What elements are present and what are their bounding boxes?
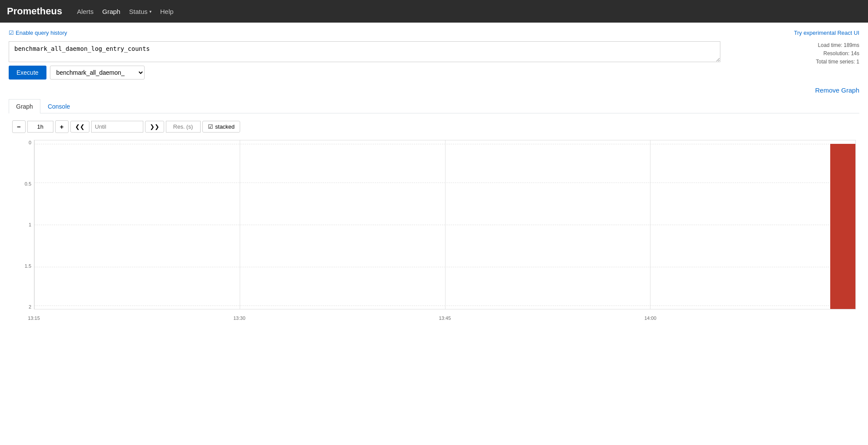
tab-console[interactable]: Console [40, 99, 77, 113]
checkbox-icon: ☑ [9, 30, 14, 36]
execute-row: Execute benchmark_all_daemon_ [9, 66, 859, 80]
main-content: ☑ Enable query history Try experimental … [0, 23, 868, 445]
y-label-4: 0 [29, 140, 31, 145]
enable-history-toggle[interactable]: ☑ Enable query history [9, 30, 67, 36]
graph-controls: − + ❮❮ ❯❯ ☑ stacked [9, 120, 859, 133]
resolution-input[interactable] [166, 121, 201, 133]
nav-help[interactable]: Help [156, 5, 178, 18]
query-input[interactable]: benchmark_all_daemon_log_entry_counts [9, 41, 720, 62]
stacked-label: stacked [215, 123, 235, 130]
grid-v-1 [34, 140, 35, 309]
tab-graph[interactable]: Graph [9, 99, 40, 113]
data-bar [830, 144, 855, 309]
remove-graph-button[interactable]: Remove Graph [815, 86, 859, 94]
resolution-stat: Resolution: 14s [816, 50, 859, 58]
grid-v-4 [650, 140, 650, 309]
brand-logo[interactable]: Prometheus [7, 6, 62, 17]
y-axis: 2 1.5 1 0.5 0 [12, 140, 34, 309]
navbar: Prometheus Alerts Graph Status ▾ Help [0, 0, 868, 23]
x-label-1400: 14:00 [644, 315, 657, 321]
x-label-1345: 13:45 [439, 315, 451, 321]
y-label-3: 0.5 [25, 181, 31, 186]
top-bar: ☑ Enable query history Try experimental … [9, 30, 859, 36]
total-series-stat: Total time series: 1 [816, 58, 859, 66]
stacked-checkbox-icon: ☑ [208, 123, 213, 130]
x-label-1330: 13:30 [233, 315, 245, 321]
nav-status[interactable]: Status ▾ [125, 5, 156, 18]
stats-block: Load time: 189ms Resolution: 14s Total t… [816, 41, 859, 66]
x-label-1315: 13:15 [28, 315, 40, 321]
grid-v-2 [240, 140, 240, 309]
chart-container: 2 1.5 1 0.5 0 [12, 140, 856, 322]
nav-status-label: Status [129, 8, 148, 15]
range-plus-button[interactable]: + [55, 120, 69, 133]
chart-plot [34, 140, 856, 309]
tabs-bar: Graph Console [9, 99, 859, 113]
y-label-2: 1 [29, 222, 31, 227]
execute-button[interactable]: Execute [9, 66, 46, 80]
x-axis: 13:15 13:30 13:45 14:00 [34, 309, 856, 322]
nav-graph[interactable]: Graph [98, 5, 125, 18]
until-input[interactable] [91, 121, 143, 133]
enable-history-label: Enable query history [16, 30, 67, 36]
y-label-0: 2 [29, 304, 31, 309]
grid-v-3 [445, 140, 446, 309]
stacked-button[interactable]: ☑ stacked [202, 121, 241, 133]
query-row: benchmark_all_daemon_log_entry_counts Lo… [9, 41, 859, 62]
chevron-down-icon: ▾ [149, 9, 152, 14]
time-back-button[interactable]: ❮❮ [70, 121, 89, 133]
range-input[interactable] [27, 121, 53, 133]
y-label-1: 1.5 [25, 263, 31, 269]
grid-v-5 [855, 140, 856, 309]
metric-selector[interactable]: benchmark_all_daemon_ [50, 66, 145, 80]
range-minus-button[interactable]: − [12, 120, 26, 133]
nav-alerts[interactable]: Alerts [73, 5, 98, 18]
time-forward-button[interactable]: ❯❯ [145, 121, 164, 133]
try-react-ui-link[interactable]: Try experimental React UI [794, 30, 859, 36]
chart-area: 2 1.5 1 0.5 0 [12, 140, 856, 322]
load-time-stat: Load time: 189ms [816, 41, 859, 50]
remove-graph-row: Remove Graph [9, 86, 859, 94]
